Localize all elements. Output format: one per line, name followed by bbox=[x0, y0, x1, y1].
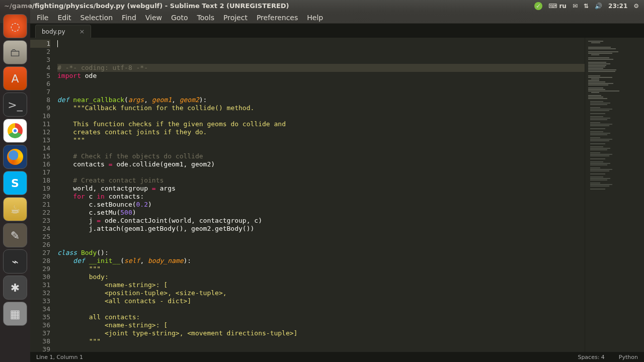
menu-bar: FileEditSelectionFindViewGotoToolsProjec… bbox=[0, 12, 644, 24]
launcher-files-icon[interactable]: 🗀 bbox=[3, 40, 27, 64]
line-number: 13 bbox=[30, 136, 50, 144]
gear-icon[interactable]: ⚙ bbox=[633, 3, 639, 10]
line-number: 15 bbox=[30, 152, 50, 160]
menu-goto[interactable]: Goto bbox=[167, 13, 192, 23]
menu-find[interactable]: Find bbox=[118, 13, 140, 23]
tab-body-py[interactable]: body.py × bbox=[35, 25, 91, 38]
line-number: 21 bbox=[30, 201, 50, 209]
code-line: This function checks if the given geoms … bbox=[57, 120, 585, 128]
code-line: j.attach(geom1.getBody(), geom2.getBody(… bbox=[57, 225, 585, 233]
code-line bbox=[57, 168, 585, 176]
line-number: 33 bbox=[30, 297, 50, 305]
status-bar: Line 1, Column 1 Spaces: 4 Python bbox=[30, 352, 644, 362]
code-line bbox=[57, 233, 585, 241]
editor: body.py × 123456789101112131415161718192… bbox=[30, 24, 644, 352]
line-number: 17 bbox=[30, 168, 50, 176]
launcher-ff-icon[interactable] bbox=[3, 145, 27, 169]
volume-icon[interactable]: 🔊 bbox=[595, 3, 602, 10]
code-line bbox=[57, 112, 585, 120]
menu-help[interactable]: Help bbox=[303, 13, 327, 23]
line-number: 39 bbox=[30, 345, 50, 352]
code-area[interactable]: 1234567891011121314151617181920212223242… bbox=[30, 38, 644, 352]
menu-file[interactable]: File bbox=[33, 13, 52, 23]
network-icon[interactable]: ⇅ bbox=[584, 3, 589, 10]
code-text[interactable]: # -*- coding: utf-8 -*-import ode def ne… bbox=[55, 38, 585, 352]
menu-tools[interactable]: Tools bbox=[193, 13, 218, 23]
tab-label: body.py bbox=[42, 28, 65, 35]
line-number: 8 bbox=[30, 96, 50, 104]
status-position[interactable]: Line 1, Column 1 bbox=[36, 354, 83, 360]
line-number: 11 bbox=[30, 120, 50, 128]
code-line: # Create contact joints bbox=[57, 176, 585, 185]
code-line: """ bbox=[57, 337, 585, 345]
code-line bbox=[57, 144, 585, 152]
launcher-tea-icon[interactable]: ☕ bbox=[3, 197, 27, 221]
line-number: 28 bbox=[30, 257, 50, 265]
line-number: 20 bbox=[30, 193, 50, 201]
menu-view[interactable]: View bbox=[141, 13, 166, 23]
line-number: 23 bbox=[30, 217, 50, 225]
line-number: 35 bbox=[30, 313, 50, 321]
code-line: def __init__(self, body_name): bbox=[57, 257, 585, 265]
line-number: 36 bbox=[30, 321, 50, 329]
line-gutter: 1234567891011121314151617181920212223242… bbox=[30, 38, 55, 352]
unity-launcher: ◌🗀A>_S☕✎⌁✱▦ bbox=[0, 0, 30, 362]
line-number: 4 bbox=[30, 64, 50, 72]
line-number: 34 bbox=[30, 305, 50, 313]
keyboard-layout-icon[interactable]: ⌨ ru bbox=[548, 3, 567, 10]
launcher-chrome-icon[interactable] bbox=[3, 119, 27, 143]
window-title: ~/game/fighting/physics/body.py (webgulf… bbox=[4, 2, 289, 10]
update-icon[interactable]: ✓ bbox=[534, 2, 542, 10]
mail-icon[interactable]: ✉ bbox=[573, 3, 578, 10]
launcher-gimp-icon[interactable]: ✎ bbox=[3, 223, 27, 247]
clock[interactable]: 23:21 bbox=[608, 3, 627, 10]
code-line bbox=[57, 241, 585, 249]
menu-selection[interactable]: Selection bbox=[76, 13, 117, 23]
launcher-set-icon[interactable]: ✱ bbox=[3, 276, 27, 300]
code-line: class Body(): bbox=[57, 249, 585, 257]
line-number: 38 bbox=[30, 337, 50, 345]
launcher-mon-icon[interactable]: ⌁ bbox=[3, 249, 27, 274]
launcher-term-icon[interactable]: >_ bbox=[3, 93, 27, 117]
code-line bbox=[57, 88, 585, 96]
line-number: 32 bbox=[30, 289, 50, 297]
launcher-calc-icon[interactable]: ▦ bbox=[3, 302, 27, 326]
code-line: import ode bbox=[57, 72, 585, 80]
code-line: <name-string>: [ bbox=[57, 281, 585, 289]
code-line: c.setBounce(0.2) bbox=[57, 201, 585, 209]
menu-edit[interactable]: Edit bbox=[53, 13, 75, 23]
text-cursor bbox=[57, 40, 58, 47]
line-number: 14 bbox=[30, 144, 50, 152]
code-line bbox=[57, 305, 585, 313]
line-number: 9 bbox=[30, 104, 50, 112]
code-line: <joint type-string>, <movement direction… bbox=[57, 329, 585, 337]
line-number: 19 bbox=[30, 185, 50, 193]
launcher-skype-icon[interactable]: S bbox=[3, 171, 27, 195]
tab-bar: body.py × bbox=[30, 24, 644, 38]
system-tray: ✓ ⌨ ru ✉ ⇅ 🔊 23:21 ⚙ bbox=[534, 2, 644, 10]
close-icon[interactable]: × bbox=[79, 28, 85, 35]
window-titlebar: ~/game/fighting/physics/body.py (webgulf… bbox=[0, 0, 644, 12]
code-line: contacts = ode.collide(geom1, geom2) bbox=[57, 160, 585, 168]
code-line: c.setMu(500) bbox=[57, 209, 585, 217]
line-number: 22 bbox=[30, 209, 50, 217]
line-number: 3 bbox=[30, 56, 50, 64]
launcher-sw-icon[interactable]: A bbox=[3, 66, 27, 90]
code-line: def near_callback(args, geom1, geom2): bbox=[57, 96, 585, 104]
launcher-ubuntu-icon[interactable]: ◌ bbox=[3, 14, 27, 38]
code-line: # -*- coding: utf-8 -*- bbox=[57, 64, 585, 72]
line-number: 16 bbox=[30, 160, 50, 168]
minimap[interactable] bbox=[585, 38, 644, 352]
code-line: all contacts: bbox=[57, 313, 585, 321]
menu-project[interactable]: Project bbox=[219, 13, 252, 23]
status-indent[interactable]: Spaces: 4 bbox=[578, 354, 604, 360]
line-number: 24 bbox=[30, 225, 50, 233]
line-number: 7 bbox=[30, 88, 50, 96]
code-line: """Callback function for the collide() m… bbox=[57, 104, 585, 112]
code-line: <name-string>: [ bbox=[57, 321, 585, 329]
line-number: 12 bbox=[30, 128, 50, 136]
menu-preferences[interactable]: Preferences bbox=[253, 13, 302, 23]
status-language[interactable]: Python bbox=[619, 354, 638, 360]
line-number: 30 bbox=[30, 273, 50, 281]
code-line: for c in contacts: bbox=[57, 193, 585, 201]
